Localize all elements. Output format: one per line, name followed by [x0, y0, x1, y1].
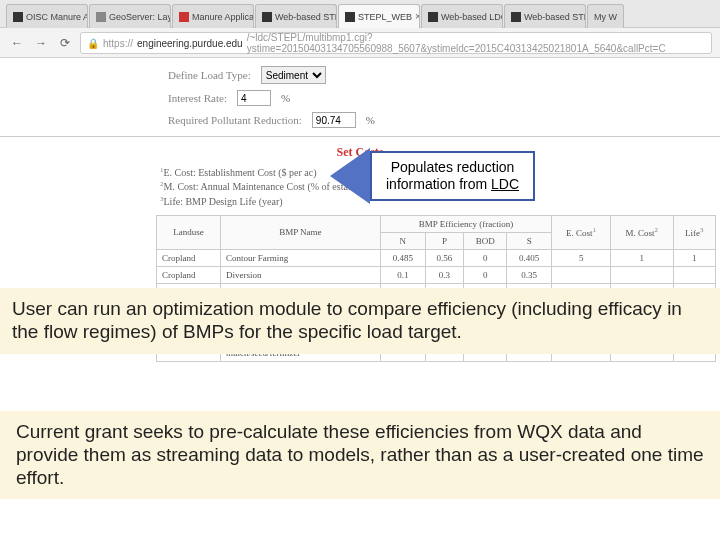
col-landuse: Landuse [157, 215, 221, 249]
percent-label: % [281, 92, 290, 104]
table-cell: Diversion [220, 266, 380, 283]
reduction-input[interactable] [312, 112, 356, 128]
app-icon [262, 12, 272, 22]
table-cell: 0.1 [380, 266, 425, 283]
browser-tab[interactable]: GeoServer: Layer Pr× [89, 4, 171, 28]
callout-line1: Populates reduction [386, 159, 519, 176]
table-cell: 0 [464, 266, 507, 283]
tab-label: Web-based STEPL [524, 12, 586, 22]
col-bod: BOD [464, 232, 507, 249]
url-scheme: https:// [103, 38, 133, 49]
app-icon [179, 12, 189, 22]
table-cell: Cropland [157, 249, 221, 266]
table-cell[interactable] [673, 266, 715, 283]
tab-strip: OISC Manure Applic× GeoServer: Layer Pr×… [0, 0, 720, 28]
browser-tab[interactable]: Web-based STEPL× [255, 4, 337, 28]
table-cell: 0 [464, 249, 507, 266]
col-bmpname: BMP Name [220, 215, 380, 249]
app-icon [511, 12, 521, 22]
app-icon [345, 12, 355, 22]
globe-icon [13, 12, 23, 22]
browser-chrome: OISC Manure Applic× GeoServer: Layer Pr×… [0, 0, 720, 58]
tab-label: STEPL_WEB [358, 12, 412, 22]
col-ecost: E. Cost1 [552, 215, 611, 249]
app-icon [428, 12, 438, 22]
col-n: N [380, 232, 425, 249]
interest-rate-label: Interest Rate: [168, 92, 227, 104]
browser-tab[interactable]: My W [587, 4, 624, 28]
browser-tab[interactable]: OISC Manure Applic× [6, 4, 88, 28]
col-mcost: M. Cost2 [611, 215, 674, 249]
browser-tab[interactable]: Web-based STEPL× [504, 4, 586, 28]
load-type-label: Define Load Type: [168, 69, 251, 81]
table-cell: Contour Farming [220, 249, 380, 266]
annotation-grant: Current grant seeks to pre-calculate the… [0, 411, 720, 499]
arrow-left-icon [330, 148, 370, 204]
tab-label: Manure Application [192, 12, 254, 22]
browser-tab-active[interactable]: STEPL_WEB× [338, 4, 420, 28]
load-form: Define Load Type: Sediment Interest Rate… [0, 66, 720, 128]
table-cell: Cropland [157, 266, 221, 283]
globe-icon [96, 12, 106, 22]
address-row: ← → ⟳ 🔒 https://engineering.purdue.edu/~… [0, 28, 720, 58]
reduction-label: Required Pollutant Reduction: [168, 114, 302, 126]
interest-rate-input[interactable] [237, 90, 271, 106]
close-icon[interactable]: × [415, 11, 420, 22]
annotation-optimization: User can run an optimization module to c… [0, 288, 720, 354]
col-efficiency: BMP Efficiency (fraction) [380, 215, 551, 232]
tab-label: GeoServer: Layer Pr [109, 12, 171, 22]
url-path: /~ldc/STEPL/multibmp1.cgi?ystime=2015040… [247, 32, 705, 54]
divider [0, 136, 720, 137]
table-cell[interactable]: 5 [552, 249, 611, 266]
callout-line2: information from LDC [386, 176, 519, 193]
load-type-select[interactable]: Sediment [261, 66, 326, 84]
table-cell[interactable] [552, 266, 611, 283]
table-row: CroplandDiversion0.10.300.35 [157, 266, 716, 283]
callout-box: Populates reduction information from LDC [370, 151, 535, 201]
percent-label: % [366, 114, 375, 126]
browser-tab[interactable]: Manure Application× [172, 4, 254, 28]
table-row: CroplandContour Farming0.4850.5600.40551… [157, 249, 716, 266]
arrow-callout: Populates reduction information from LDC [330, 148, 535, 204]
tab-label: Web-based LDC To [441, 12, 503, 22]
tab-label: My W [594, 12, 617, 22]
table-cell[interactable] [611, 266, 674, 283]
table-cell[interactable]: 1 [673, 249, 715, 266]
col-life: Life3 [673, 215, 715, 249]
col-s: S [507, 232, 552, 249]
tab-label: OISC Manure Applic [26, 12, 88, 22]
table-cell[interactable]: 1 [611, 249, 674, 266]
back-button[interactable]: ← [8, 34, 26, 52]
table-cell: 0.485 [380, 249, 425, 266]
url-host: engineering.purdue.edu [137, 38, 243, 49]
table-cell: 0.3 [425, 266, 463, 283]
reload-button[interactable]: ⟳ [56, 34, 74, 52]
browser-tab[interactable]: Web-based LDC To× [421, 4, 503, 28]
address-bar[interactable]: 🔒 https://engineering.purdue.edu/~ldc/ST… [80, 32, 712, 54]
table-cell: 0.56 [425, 249, 463, 266]
col-p: P [425, 232, 463, 249]
table-cell: 0.35 [507, 266, 552, 283]
tab-label: Web-based STEPL [275, 12, 337, 22]
lock-icon: 🔒 [87, 38, 99, 49]
forward-button[interactable]: → [32, 34, 50, 52]
table-cell: 0.405 [507, 249, 552, 266]
